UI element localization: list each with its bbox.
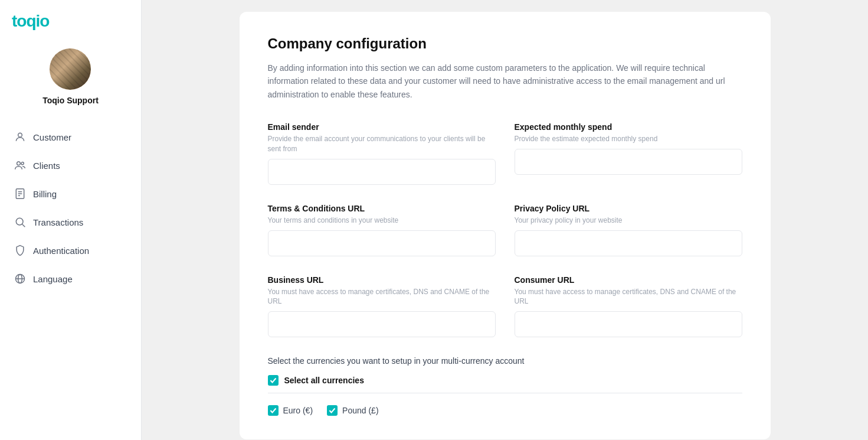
username: Toqio Support (42, 96, 99, 105)
sidebar-item-authentication[interactable]: Authentication (0, 236, 141, 265)
business-url-input[interactable] (268, 311, 496, 337)
svg-point-2 (21, 162, 24, 165)
expected-spend-label: Expected monthly spend (515, 122, 742, 132)
avatar-image (50, 48, 91, 90)
checkmark-icon (270, 377, 277, 384)
terms-url-input[interactable] (268, 230, 496, 256)
email-sender-group: Email sender Provide the email account y… (268, 122, 496, 185)
terms-url-group: Terms & Conditions URL Your terms and co… (268, 204, 496, 256)
sidebar: toqio Toqio Support Customer Clients (0, 0, 142, 440)
shield-icon (14, 245, 26, 256)
select-all-currencies-row[interactable]: Select all currencies (268, 375, 742, 386)
consumer-url-hint: You must have access to manage certifica… (515, 287, 742, 307)
search-icon (14, 216, 26, 228)
pound-checkbox[interactable] (327, 405, 338, 416)
sidebar-item-label-billing: Billing (33, 189, 57, 199)
logo-text: toqio (12, 12, 49, 30)
company-config-card: Company configuration By adding informat… (240, 12, 771, 439)
sidebar-item-language[interactable]: Language (0, 265, 141, 293)
globe-icon (14, 273, 26, 285)
sidebar-item-label-transactions: Transactions (33, 217, 83, 227)
svg-point-1 (17, 162, 21, 165)
form-row-1: Email sender Provide the email account y… (268, 122, 742, 185)
business-url-label: Business URL (268, 275, 496, 285)
euro-checkbox[interactable] (268, 405, 279, 416)
sidebar-item-label-authentication: Authentication (33, 246, 89, 256)
pound-checkbox-item[interactable]: Pound (£) (327, 405, 378, 416)
currency-items-row: Euro (€) Pound (£) (268, 405, 742, 416)
page-description: By adding information into this section … (268, 61, 742, 101)
form-row-2: Terms & Conditions URL Your terms and co… (268, 204, 742, 256)
privacy-url-label: Privacy Policy URL (515, 204, 742, 213)
euro-checkbox-item[interactable]: Euro (€) (268, 405, 313, 416)
privacy-url-hint: Your privacy policy in your website (515, 216, 742, 226)
business-url-group: Business URL You must have access to man… (268, 275, 496, 338)
user-section: Toqio Support (42, 43, 99, 117)
form-row-3: Business URL You must have access to man… (268, 275, 742, 338)
privacy-url-group: Privacy Policy URL Your privacy policy i… (515, 204, 742, 256)
expected-spend-hint: Provide the estimate expected monthly sp… (515, 134, 742, 144)
currency-divider (268, 393, 742, 393)
expected-spend-input[interactable] (515, 149, 742, 175)
sidebar-item-billing[interactable]: Billing (0, 180, 141, 208)
sidebar-item-customer[interactable]: Customer (0, 123, 141, 151)
svg-point-0 (18, 133, 22, 137)
sidebar-item-clients[interactable]: Clients (0, 151, 141, 180)
email-sender-input[interactable] (268, 159, 496, 185)
sidebar-item-label-customer: Customer (33, 132, 71, 142)
consumer-url-input[interactable] (515, 311, 742, 337)
sidebar-item-transactions[interactable]: Transactions (0, 208, 141, 236)
main-content: Company configuration By adding informat… (142, 0, 868, 440)
avatar (50, 48, 91, 90)
person-icon (14, 131, 26, 143)
consumer-url-group: Consumer URL You must have access to man… (515, 275, 742, 338)
receipt-icon (14, 188, 26, 200)
business-url-hint: You must have access to manage certifica… (268, 287, 496, 307)
sidebar-logo: toqio (0, 12, 61, 43)
select-all-checkbox[interactable] (268, 375, 279, 386)
privacy-url-input[interactable] (515, 230, 742, 256)
pound-label: Pound (£) (342, 406, 378, 415)
email-sender-hint: Provide the email account your communica… (268, 134, 496, 154)
svg-point-7 (16, 218, 23, 225)
select-all-label: Select all currencies (284, 376, 364, 385)
currencies-section-label: Select the currencies you want to setup … (268, 356, 742, 366)
terms-url-label: Terms & Conditions URL (268, 204, 496, 213)
expected-spend-group: Expected monthly spend Provide the estim… (515, 122, 742, 185)
euro-label: Euro (€) (283, 406, 313, 415)
checkmark-icon-euro (270, 407, 277, 414)
currencies-section: Select the currencies you want to setup … (268, 356, 742, 416)
svg-line-8 (22, 224, 25, 227)
people-icon (14, 159, 26, 171)
sidebar-item-label-language: Language (33, 274, 73, 284)
page-title: Company configuration (268, 35, 742, 52)
consumer-url-label: Consumer URL (515, 275, 742, 285)
sidebar-nav: Customer Clients Billing (0, 117, 141, 299)
sidebar-item-label-clients: Clients (33, 161, 60, 171)
email-sender-label: Email sender (268, 122, 496, 132)
checkmark-icon-pound (329, 407, 336, 414)
terms-url-hint: Your terms and conditions in your websit… (268, 216, 496, 226)
